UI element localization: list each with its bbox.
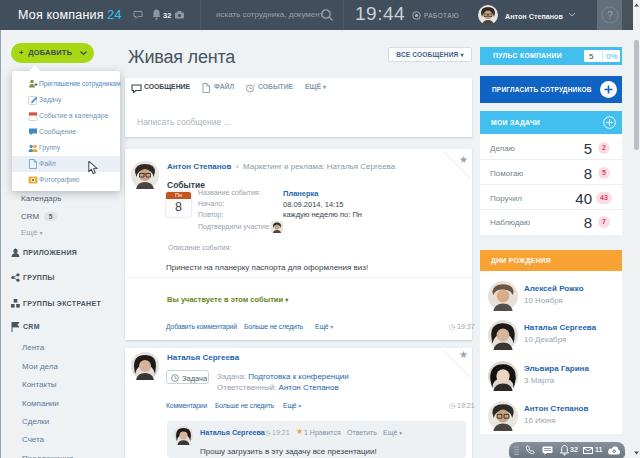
svg-text:?: ? [607,10,613,21]
